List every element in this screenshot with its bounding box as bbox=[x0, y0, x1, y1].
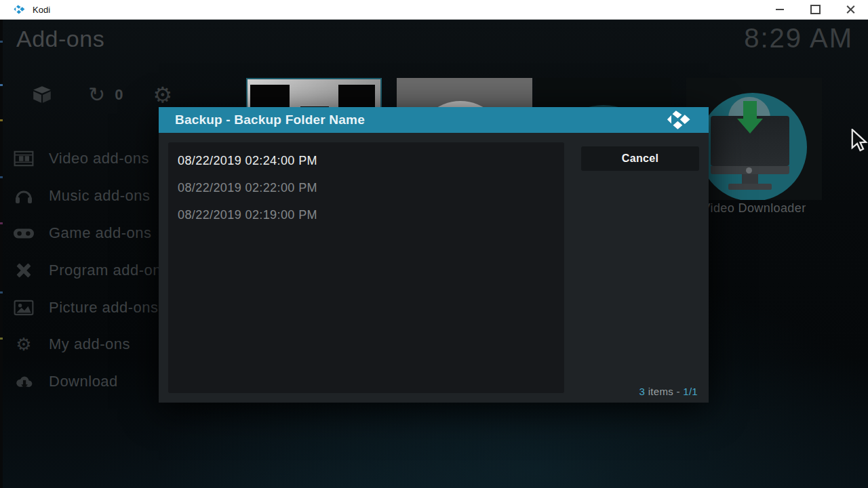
clock: 8:29 AM bbox=[744, 23, 853, 54]
sidebar-item-label: Program add-ons bbox=[49, 262, 169, 279]
kodi-main-screen: Add-ons 8:29 AM ↻ 0 ⚙ Video add-ons bbox=[0, 19, 868, 488]
minimize-button[interactable] bbox=[762, 0, 797, 19]
maximize-button[interactable] bbox=[797, 0, 833, 19]
dialog-item-count: 3 items - 1/1 bbox=[639, 386, 698, 397]
cloud-download-icon bbox=[12, 373, 35, 390]
close-button[interactable] bbox=[833, 0, 868, 19]
picture-icon bbox=[12, 300, 35, 316]
item-count-number: 3 bbox=[639, 386, 646, 397]
minimize-icon bbox=[776, 9, 784, 10]
settings-gear-icon[interactable]: ⚙ bbox=[153, 84, 172, 106]
page-title: Add-ons bbox=[16, 26, 104, 52]
toolbar: ↻ 0 ⚙ bbox=[31, 84, 172, 106]
gears-icon: ⚙ bbox=[12, 334, 35, 354]
sidebar-item-label: My add-ons bbox=[49, 336, 130, 353]
backup-folder-list: 08/22/2019 02:24:00 PM 08/22/2019 02:22:… bbox=[168, 142, 564, 393]
window-title: Kodi bbox=[33, 5, 50, 15]
sidebar-item-label: Game add-ons bbox=[49, 224, 152, 242]
sidebar-item-my-addons[interactable]: ⚙ My add-ons bbox=[0, 333, 130, 356]
headphones-icon bbox=[12, 188, 35, 204]
kodi-logo-icon bbox=[667, 110, 692, 129]
sidebar-item-label: Video add-ons bbox=[49, 150, 149, 167]
page-indicator: 1/1 bbox=[683, 386, 698, 397]
update-count: 0 bbox=[115, 86, 123, 104]
refresh-icon[interactable]: ↻ bbox=[88, 85, 105, 105]
sidebar-item-label: Music add-ons bbox=[49, 187, 151, 205]
backup-folder-item[interactable]: 08/22/2019 02:19:00 PM bbox=[168, 201, 564, 228]
screen-edge-artifact bbox=[0, 19, 3, 488]
sidebar-item-picture-addons[interactable]: Picture add-ons bbox=[0, 296, 159, 319]
sidebar-item-program-addons[interactable]: Program add-ons bbox=[0, 259, 169, 282]
sidebar-item-video-addons[interactable]: Video add-ons bbox=[0, 147, 149, 170]
backup-folder-item[interactable]: 08/22/2019 02:22:00 PM bbox=[168, 174, 564, 201]
cancel-button[interactable]: Cancel bbox=[581, 146, 699, 171]
window-controls bbox=[762, 0, 868, 19]
dialog-title: Backup - Backup Folder Name bbox=[175, 113, 365, 127]
kodi-app-logo-icon bbox=[14, 5, 26, 14]
sidebar-item-download[interactable]: Download bbox=[0, 370, 118, 393]
tools-icon bbox=[12, 262, 35, 279]
addon-box-icon[interactable] bbox=[31, 85, 53, 104]
sidebar-item-music-addons[interactable]: Music add-ons bbox=[0, 184, 151, 207]
window-titlebar: Kodi bbox=[0, 0, 868, 20]
item-count-text: items - bbox=[645, 386, 683, 397]
film-icon bbox=[12, 150, 35, 167]
backup-folder-item[interactable]: 08/22/2019 02:24:00 PM bbox=[168, 147, 564, 174]
sidebar-item-game-addons[interactable]: Game add-ons bbox=[0, 222, 152, 245]
mouse-cursor bbox=[849, 129, 868, 156]
close-icon bbox=[846, 5, 855, 14]
sidebar-item-label: Download bbox=[49, 373, 118, 390]
maximize-icon bbox=[810, 5, 821, 14]
dialog-header: Backup - Backup Folder Name bbox=[159, 107, 709, 133]
sidebar-item-label: Picture add-ons bbox=[49, 299, 159, 317]
cancel-button-label: Cancel bbox=[622, 152, 658, 165]
backup-folder-dialog: Backup - Backup Folder Name 08/22/2019 0… bbox=[159, 107, 709, 403]
gamepad-icon bbox=[12, 226, 35, 241]
